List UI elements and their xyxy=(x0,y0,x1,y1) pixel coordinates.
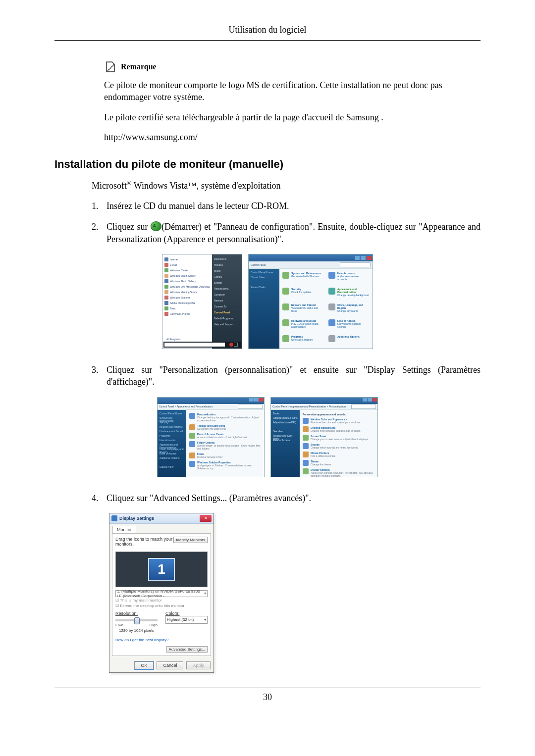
pers1-side-item: Classic View xyxy=(160,465,184,470)
help-link[interactable]: How do I get the best display? xyxy=(115,638,168,642)
cpanel-side-item: Recent Tasks xyxy=(251,286,277,291)
cpanel-category: Network and InternetView network status … xyxy=(282,303,323,316)
pers2-side-item: Adjust font size (DPI) xyxy=(273,421,298,425)
pers1-side-item: Appearance and Personalization xyxy=(160,443,184,448)
start-right-item: Documents xyxy=(214,257,240,263)
main-monitor-checkbox: ☑ This is my main monitor xyxy=(115,598,208,603)
pers1-side-item xyxy=(160,461,184,465)
step-4: 4. Cliquez sur "Advanced Settings... (Pa… xyxy=(92,492,481,504)
pers2-entry: Mouse PointersPick a different pointer. xyxy=(303,452,374,457)
resolution-value: 1280 by 1024 pixels xyxy=(115,628,158,633)
step-4-text: Cliquez sur "Advanced Settings... (Param… xyxy=(107,492,481,504)
step-3-num: 3. xyxy=(92,364,107,388)
start-item: Windows Photo Gallery xyxy=(164,278,210,284)
start-right-item: Recent Items xyxy=(214,287,240,293)
section-heading: Installation du pilote de moniteur (manu… xyxy=(54,158,481,171)
pers1-breadcrumb: Control Panel > Appearance and Personali… xyxy=(159,405,213,408)
pers2-entry: Screen SaverChange your screen saver or … xyxy=(303,435,374,441)
start-item: E-mail xyxy=(164,262,210,267)
extend-desktop-checkbox: ☑ Extend the desktop onto this monitor xyxy=(115,604,208,608)
dialog-title: Display Settings xyxy=(119,516,200,521)
start-right-item: Search xyxy=(214,281,240,287)
cpanel-category: Additional Options xyxy=(328,335,370,346)
start-search-bar xyxy=(163,342,241,348)
start-item: Paint xyxy=(164,305,210,311)
start-item: Windows Explorer xyxy=(164,295,210,300)
resolution-slider[interactable] xyxy=(115,619,158,621)
pers1-entry: Folder OptionsSpecify single- or double-… xyxy=(189,441,261,450)
start-right-item: Default Programs xyxy=(214,317,240,323)
cpanel-side-item: Control Panel Home xyxy=(251,271,277,276)
cpanel-category: ProgramsUninstall a program xyxy=(282,335,323,346)
start-right-item: Games xyxy=(214,275,240,281)
note-paragraph-1: Ce pilote de moniteur comporte le logo M… xyxy=(104,79,481,103)
advanced-settings-button[interactable]: Advanced Settings... xyxy=(166,646,208,653)
monitor-select[interactable]: 1. (Multiple Monitors) on NVIDIA GeForce… xyxy=(115,590,208,597)
note-paragraph-2: Le pilote certifié sera téléchargeable à… xyxy=(104,111,481,123)
step-2-num: 2. xyxy=(92,221,107,245)
start-right-item: Control Panel xyxy=(214,311,240,317)
start-right-item: Network xyxy=(214,299,240,305)
apply-button[interactable]: Apply xyxy=(186,661,211,669)
pers2-breadcrumb: Control Panel > Appearance and Personali… xyxy=(272,405,346,408)
start-item: Command Prompt xyxy=(164,311,210,316)
step-3-text: Cliquez sur "Personalization (personnali… xyxy=(107,364,481,388)
cpanel-side-item xyxy=(251,281,277,286)
display-settings-dialog: Display Settings ✕ Monitor Identify Moni… xyxy=(109,513,214,673)
monitor-layout-area[interactable]: 1 xyxy=(115,552,208,587)
slider-low: Low xyxy=(115,623,123,627)
pers2-entry: SoundsChange which sounds are heard for … xyxy=(303,443,374,449)
dialog-icon xyxy=(111,515,117,521)
page-number: 30 xyxy=(54,688,481,703)
cpanel-category: User AccountsAdd or remove user accounts xyxy=(328,272,370,285)
os-line: Microsoft® Windows Vista™, système d'exp… xyxy=(92,180,481,191)
screenshot-start-controlpanel: InternetE-mailWelcome CenterWindows Medi… xyxy=(54,254,481,349)
pers1-entry: PersonalizationChange desktop background… xyxy=(189,413,261,422)
pers1-entry: FontsInstall or remove a font xyxy=(189,453,261,458)
monitor-1-icon[interactable]: 1 xyxy=(148,558,175,581)
pers2-side-item: Tasks xyxy=(273,412,298,416)
start-right-item: Music xyxy=(214,269,240,275)
start-right-item: Connect To xyxy=(214,305,240,311)
start-right-item: Pictures xyxy=(214,263,240,269)
os-mid: Windows Vista™, xyxy=(132,181,201,191)
page-header: Utilisation du logiciel xyxy=(54,25,481,41)
start-right-item: Help and Support xyxy=(214,323,240,329)
colors-select[interactable]: Highest (32 bit)▾ xyxy=(165,616,208,624)
cpanel-category: Clock, Language, and RegionChange keyboa… xyxy=(328,303,370,316)
cpanel-category: System and MaintenanceGet started with W… xyxy=(282,272,323,285)
pers2-side-item: Ease of Access xyxy=(273,439,298,443)
identify-monitors-button[interactable]: Identify Monitors xyxy=(173,537,208,543)
ok-button[interactable]: OK xyxy=(134,661,154,669)
start-item: Windows Meeting Space xyxy=(164,289,210,295)
start-item: Windows Live Messenger Download xyxy=(164,284,210,289)
tab-monitor[interactable]: Monitor xyxy=(112,526,136,533)
pers1-side-item: Programs xyxy=(160,434,184,439)
cpanel-category: SecurityCheck for updates xyxy=(282,288,323,301)
pers1-side-item: Ease of Access xyxy=(160,452,184,456)
step-2-pre: Cliquez sur xyxy=(107,222,151,232)
cpanel-category: Hardware and SoundPlay CDs or other medi… xyxy=(282,319,323,332)
pers1-side-item: Additional Options xyxy=(160,456,184,461)
pers2-side-item: See also xyxy=(273,430,298,434)
os-suffix: système d'exploitation xyxy=(201,181,281,191)
pers1-side-item: Control Panel Home xyxy=(160,412,184,416)
appearance-personalization-window: Control Panel > Appearance and Personali… xyxy=(157,397,265,477)
all-programs: All Programs xyxy=(166,338,181,341)
step-2: 2. Cliquez sur (Démarrer) et "Panneau de… xyxy=(92,221,481,245)
pers1-entry: Ease of Access CenterAccommodate low vis… xyxy=(189,433,261,439)
cancel-button[interactable]: Cancel xyxy=(157,661,183,669)
pers1-side-item: Hardware and Sound xyxy=(160,430,184,434)
pers2-side-item xyxy=(273,425,298,430)
slider-high: High xyxy=(150,623,158,627)
close-button[interactable]: ✕ xyxy=(200,515,212,522)
pers1-entry: Taskbar and Start MenuCustomize the Star… xyxy=(189,424,261,430)
cpanel-breadcrumb: Control Panel xyxy=(251,263,266,266)
vista-start-menu: InternetE-mailWelcome CenterWindows Medi… xyxy=(162,254,242,349)
step-1-text: Insérez le CD du manuel dans le lecteur … xyxy=(107,200,481,212)
pers1-side-item: User Accounts xyxy=(160,439,184,443)
start-item: Welcome Center xyxy=(164,267,210,273)
step-2-text: Cliquez sur (Démarrer) et "Panneau de co… xyxy=(107,221,481,245)
step-2-post: (Démarrer) et "Panneau de configuration"… xyxy=(107,222,481,244)
pers2-entry: Display SettingsAdjust your monitor reso… xyxy=(303,468,374,477)
